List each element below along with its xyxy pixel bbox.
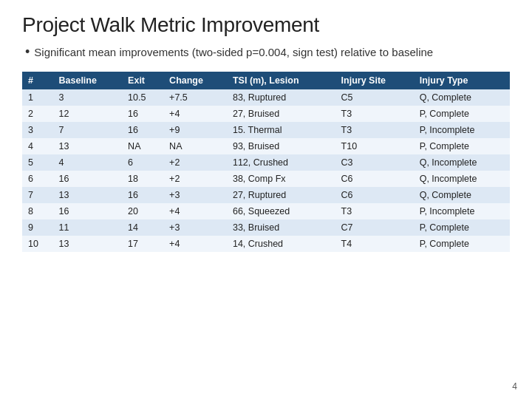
table-cell: P, Complete	[414, 219, 510, 236]
table-cell: Q, Incomplete	[414, 171, 510, 187]
table-cell: 3	[22, 122, 53, 138]
table-cell: 12	[53, 106, 123, 122]
table-cell: Q, Complete	[414, 89, 510, 106]
table-cell: +2	[163, 154, 227, 171]
table-cell: T3	[335, 122, 414, 138]
slide-subtitle: •Significant mean improvements (two-side…	[22, 43, 510, 61]
table-cell: 6	[22, 171, 53, 187]
table-cell: +3	[163, 187, 227, 203]
table-cell: 16	[53, 203, 123, 219]
table-cell: Q, Complete	[414, 187, 510, 203]
table-cell: Q, Incomplete	[414, 154, 510, 171]
col-header-tsi: TSI (m), Lesion	[227, 72, 335, 89]
col-header-exit: Exit	[122, 72, 163, 89]
table-cell: T3	[335, 203, 414, 219]
table-cell: 16	[122, 187, 163, 203]
table-cell: 33, Bruised	[227, 219, 335, 236]
table-cell: 5	[22, 154, 53, 171]
table-cell: 7	[22, 187, 53, 203]
table-cell: P, Complete	[414, 138, 510, 154]
table-cell: 3	[53, 89, 123, 106]
table-row: 3716+915. ThermalT3P, Incomplete	[22, 122, 510, 138]
table-cell: 18	[122, 171, 163, 187]
table-cell: C7	[335, 219, 414, 236]
bullet-point: •	[25, 43, 30, 61]
col-header-num: #	[22, 72, 53, 89]
page-number: 4	[512, 381, 517, 392]
table-row: 101317+414, CrushedT4P, Complete	[22, 236, 510, 252]
table-cell: NA	[163, 138, 227, 154]
table-cell: 10.5	[122, 89, 163, 106]
table-cell: 11	[53, 219, 123, 236]
col-header-injury-type: Injury Type	[414, 72, 510, 89]
table-cell: +9	[163, 122, 227, 138]
table-cell: T3	[335, 106, 414, 122]
table-cell: 17	[122, 236, 163, 252]
table-cell: +3	[163, 219, 227, 236]
table-cell: C5	[335, 89, 414, 106]
table-cell: 13	[53, 236, 123, 252]
data-table: # Baseline Exit Change TSI (m), Lesion I…	[22, 72, 510, 252]
slide-title: Project Walk Metric Improvement	[22, 13, 510, 37]
table-row: 81620+466, SqueezedT3P, Incomplete	[22, 203, 510, 219]
table-cell: NA	[122, 138, 163, 154]
table-cell: 20	[122, 203, 163, 219]
table-cell: T4	[335, 236, 414, 252]
table-cell: 15. Thermal	[227, 122, 335, 138]
table-cell: P, Incomplete	[414, 203, 510, 219]
table-row: 21216+427, BruisedT3P, Complete	[22, 106, 510, 122]
table-cell: 4	[22, 138, 53, 154]
table-cell: 66, Squeezed	[227, 203, 335, 219]
table-cell: 9	[22, 219, 53, 236]
table-cell: 16	[122, 106, 163, 122]
table-cell: 13	[53, 138, 123, 154]
table-row: 91114+333, BruisedC7P, Complete	[22, 219, 510, 236]
col-header-injury-site: Injury Site	[335, 72, 414, 89]
col-header-change: Change	[163, 72, 227, 89]
table-cell: +2	[163, 171, 227, 187]
table-cell: 6	[122, 154, 163, 171]
table-cell: C6	[335, 187, 414, 203]
table-cell: 14, Crushed	[227, 236, 335, 252]
table-cell: C3	[335, 154, 414, 171]
slide-container: Project Walk Metric Improvement •Signifi…	[0, 0, 532, 399]
table-cell: 13	[53, 187, 123, 203]
table-row: 61618+238, Comp FxC6Q, Incomplete	[22, 171, 510, 187]
table-cell: +4	[163, 106, 227, 122]
table-row: 71316+327, RupturedC6Q, Complete	[22, 187, 510, 203]
table-cell: 4	[53, 154, 123, 171]
table-cell: 1	[22, 89, 53, 106]
table-cell: T10	[335, 138, 414, 154]
table-row: 413NANA93, BruisedT10P, Complete	[22, 138, 510, 154]
table-cell: 38, Comp Fx	[227, 171, 335, 187]
table-cell: C6	[335, 171, 414, 187]
table-cell: P, Complete	[414, 106, 510, 122]
table-cell: 112, Crushed	[227, 154, 335, 171]
table-cell: 83, Ruptured	[227, 89, 335, 106]
table-cell: +7.5	[163, 89, 227, 106]
table-cell: 10	[22, 236, 53, 252]
table-cell: +4	[163, 236, 227, 252]
table-row: 546+2112, CrushedC3Q, Incomplete	[22, 154, 510, 171]
table-cell: 7	[53, 122, 123, 138]
table-row: 1310.5+7.583, RupturedC5Q, Complete	[22, 89, 510, 106]
col-header-baseline: Baseline	[53, 72, 123, 89]
table-cell: 8	[22, 203, 53, 219]
table-body: 1310.5+7.583, RupturedC5Q, Complete21216…	[22, 89, 510, 252]
table-cell: 16	[53, 171, 123, 187]
table-cell: P, Complete	[414, 236, 510, 252]
table-cell: 27, Ruptured	[227, 187, 335, 203]
table-cell: 14	[122, 219, 163, 236]
table-cell: +4	[163, 203, 227, 219]
table-header-row: # Baseline Exit Change TSI (m), Lesion I…	[22, 72, 510, 89]
table-cell: P, Incomplete	[414, 122, 510, 138]
table-cell: 27, Bruised	[227, 106, 335, 122]
table-cell: 16	[122, 122, 163, 138]
table-cell: 2	[22, 106, 53, 122]
table-cell: 93, Bruised	[227, 138, 335, 154]
